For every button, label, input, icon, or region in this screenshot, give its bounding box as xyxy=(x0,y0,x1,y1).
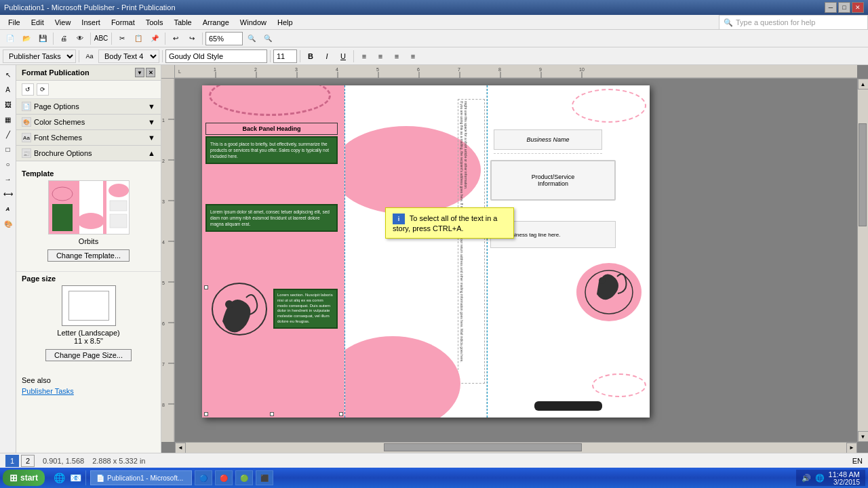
menu-insert[interactable]: Insert xyxy=(76,17,106,28)
new-button[interactable]: 📄 xyxy=(3,32,18,45)
wordart-tool[interactable]: A xyxy=(1,202,15,216)
section-page-options[interactable]: 📄 Page Options ▼ xyxy=(16,99,161,115)
green-textbox-1[interactable]: This is a good place to briefly, but eff… xyxy=(205,136,338,164)
hscroll-right-btn[interactable]: ► xyxy=(846,443,857,453)
page-2-button[interactable]: 2 xyxy=(21,455,35,467)
table-tool[interactable]: ▦ xyxy=(1,113,15,126)
taskbar-app-5[interactable]: ⬛ xyxy=(256,470,273,485)
italic-button[interactable]: I xyxy=(319,49,334,63)
copy-button[interactable]: 📋 xyxy=(131,32,146,45)
select-tool[interactable]: ↖ xyxy=(1,68,15,81)
close-button[interactable]: ✕ xyxy=(852,2,864,13)
underline-button[interactable]: U xyxy=(336,49,351,63)
text-tool[interactable]: A xyxy=(1,83,15,96)
green-textbox-3[interactable]: Lorem section. Nuscipit laboris nisi ut … xyxy=(273,289,338,329)
ie-icon[interactable]: 🌐 xyxy=(52,470,66,485)
separator5 xyxy=(202,33,203,45)
spell-button[interactable]: ABC xyxy=(94,32,108,45)
menu-arrange[interactable]: Arrange xyxy=(197,17,235,28)
start-label: start xyxy=(20,473,38,483)
zoom-in-button[interactable]: 🔍 xyxy=(244,32,259,45)
selection-handle-bm[interactable] xyxy=(270,412,274,416)
minimize-button[interactable]: ─ xyxy=(825,2,837,13)
change-page-size-button[interactable]: Change Page Size... xyxy=(45,349,132,361)
see-also-section: See also Publisher Tasks xyxy=(16,371,161,401)
oval-tool[interactable]: ○ xyxy=(1,157,15,171)
save-button[interactable]: 💾 xyxy=(35,32,50,45)
panel-menu-button[interactable]: ▼ xyxy=(135,68,144,77)
horizontal-scrollbar[interactable]: ◄ ► xyxy=(175,442,857,453)
image-tool[interactable]: 🖼 xyxy=(1,98,15,111)
svg-rect-9 xyxy=(110,214,127,228)
taskbar-app-3[interactable]: 🔴 xyxy=(215,470,233,485)
font-size-input[interactable] xyxy=(273,49,297,63)
email-icon[interactable]: 📧 xyxy=(68,470,83,485)
vscroll-thumb[interactable] xyxy=(859,123,867,226)
hscroll-track[interactable] xyxy=(186,443,846,453)
menu-table[interactable]: Table xyxy=(168,17,197,28)
print-preview-button[interactable]: 👁 xyxy=(73,32,87,45)
align-right-button[interactable]: ≡ xyxy=(389,49,404,63)
vertical-scrollbar[interactable]: ▲ ▼ xyxy=(857,79,868,442)
menu-help[interactable]: Help xyxy=(272,17,298,28)
font-schemes-icon: Aa xyxy=(22,133,31,142)
start-button[interactable]: ⊞ start xyxy=(3,470,45,486)
product-service-box[interactable]: Product/Service Information xyxy=(490,160,616,201)
zoom-input[interactable] xyxy=(205,32,243,45)
selection-handle-tl[interactable] xyxy=(204,285,208,289)
publisher-tasks-link[interactable]: Publisher Tasks xyxy=(22,387,74,395)
section-brochure-options[interactable]: 📰 Brochure Options ▲ xyxy=(16,146,161,161)
menu-window[interactable]: Window xyxy=(235,17,272,28)
vscroll-down-btn[interactable]: ▼ xyxy=(858,431,869,442)
hscroll-thumb[interactable] xyxy=(384,443,582,451)
maximize-button[interactable]: □ xyxy=(838,2,850,13)
font-face-input[interactable] xyxy=(165,49,267,63)
taskbar-app-1[interactable]: 📄 Publication1 - Microsoft... xyxy=(90,470,192,485)
align-left-button[interactable]: ≡ xyxy=(357,49,372,63)
selection-handle-bl[interactable] xyxy=(204,412,208,416)
taskbar-app-4[interactable]: 🟢 xyxy=(235,470,253,485)
panel-icon-refresh2[interactable]: ⟳ xyxy=(37,83,49,96)
menu-edit[interactable]: Edit xyxy=(26,17,50,28)
panel-icon-refresh[interactable]: ↺ xyxy=(22,83,34,96)
line-tool[interactable]: ╱ xyxy=(1,127,15,141)
color-tool[interactable]: 🎨 xyxy=(1,217,15,230)
question-search-box[interactable]: 🔍 Type a question for help xyxy=(719,15,868,30)
task-dropdown[interactable]: Publisher Tasks xyxy=(3,49,76,63)
redo-button[interactable]: ↪ xyxy=(184,32,199,45)
green-textbox-2[interactable]: Lorem ipsum dolor sit amet, consec tetue… xyxy=(205,204,338,232)
paste-button[interactable]: 📌 xyxy=(147,32,162,45)
menu-format[interactable]: Format xyxy=(106,17,140,28)
section-color-schemes[interactable]: 🎨 Color Schemes ▼ xyxy=(16,115,161,130)
align-center-button[interactable]: ≡ xyxy=(373,49,388,63)
vertical-ruler: 1 2 3 4 5 6 7 8 xyxy=(161,79,175,442)
section-font-schemes[interactable]: Aa Font Schemes ▼ xyxy=(16,130,161,146)
zoom-out-button[interactable]: 🔍 xyxy=(260,32,275,45)
open-button[interactable]: 📂 xyxy=(19,32,34,45)
page-1-button[interactable]: 1 xyxy=(5,455,19,467)
menu-file[interactable]: File xyxy=(3,17,26,28)
business-name-box[interactable]: Business Name xyxy=(494,129,602,150)
arrow-tool[interactable]: → xyxy=(1,172,15,186)
taskbar-app-2[interactable]: 🔵 xyxy=(195,470,212,485)
vscroll-track[interactable] xyxy=(858,89,869,431)
rect-tool[interactable]: □ xyxy=(1,142,15,156)
heading-box[interactable]: Back Panel Heading xyxy=(205,123,338,135)
panel-close-button[interactable]: ✕ xyxy=(146,68,155,77)
main-layout: ↖ A 🖼 ▦ ╱ □ ○ → ⟷ A 🎨 Format Publication… xyxy=(0,65,868,453)
cut-button[interactable]: ✂ xyxy=(115,32,130,45)
change-template-button[interactable]: Change Template... xyxy=(47,249,130,262)
undo-button[interactable]: ↩ xyxy=(168,32,183,45)
canvas-area[interactable]: L 1 2 3 4 5 6 7 8 9 10 xyxy=(161,65,868,453)
selection-handle-br[interactable] xyxy=(339,412,343,416)
menu-view[interactable]: View xyxy=(50,17,77,28)
menu-tools[interactable]: Tools xyxy=(140,17,169,28)
justify-button[interactable]: ≡ xyxy=(406,49,420,63)
print-button[interactable]: 🖨 xyxy=(56,32,71,45)
hscroll-left-btn[interactable]: ◄ xyxy=(175,443,186,453)
vscroll-up-btn[interactable]: ▲ xyxy=(858,79,869,89)
bold-button[interactable]: B xyxy=(303,49,318,63)
title-bar-buttons: ─ □ ✕ xyxy=(825,2,864,13)
connect-tool[interactable]: ⟷ xyxy=(1,187,15,201)
font-name-dropdown[interactable]: Body Text 4 xyxy=(98,49,159,63)
